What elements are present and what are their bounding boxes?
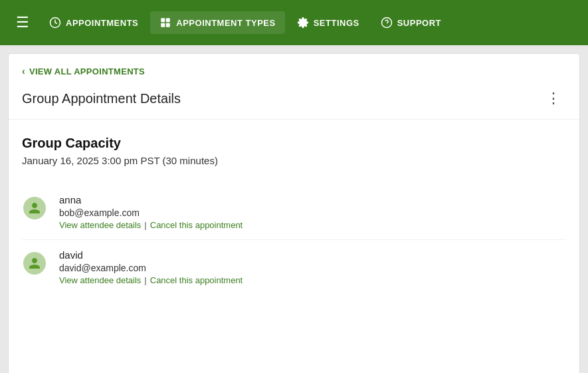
svg-rect-1 bbox=[161, 18, 165, 22]
page-header: Group Appointment Details ⋮ bbox=[9, 83, 579, 120]
attendee-info: anna bob@example.com View attendee detai… bbox=[59, 194, 243, 230]
avatar-icon bbox=[23, 197, 46, 219]
attendee-info: david david@example.com View attendee de… bbox=[59, 249, 243, 285]
avatar bbox=[22, 195, 47, 221]
page-title: Group Appointment Details bbox=[22, 91, 181, 106]
nav-appointments-label: APPOINTMENTS bbox=[66, 18, 138, 28]
view-attendee-details-link-1[interactable]: View attendee details bbox=[59, 220, 141, 230]
clock-icon bbox=[49, 17, 61, 29]
attendee-name: david bbox=[59, 249, 243, 261]
back-chevron-icon: ‹ bbox=[22, 66, 25, 76]
cancel-appointment-link-2[interactable]: Cancel this appointment bbox=[150, 275, 243, 285]
gear-icon bbox=[297, 17, 309, 29]
nav-item-settings[interactable]: SETTINGS bbox=[288, 11, 369, 34]
more-menu-button[interactable]: ⋮ bbox=[541, 88, 566, 108]
action-separator: | bbox=[144, 275, 146, 285]
svg-rect-4 bbox=[166, 23, 170, 27]
hamburger-icon: ☰ bbox=[16, 14, 29, 31]
attendee-actions: View attendee details | Cancel this appo… bbox=[59, 275, 243, 285]
back-link-label: VIEW ALL APPOINTMENTS bbox=[29, 66, 145, 76]
appointment-datetime: January 16, 2025 3:00 pm PST (30 minutes… bbox=[22, 155, 566, 166]
attendee-list: anna bob@example.com View attendee detai… bbox=[22, 185, 566, 295]
nav-item-support[interactable]: SUPPORT bbox=[371, 11, 450, 34]
attendee-email: david@example.com bbox=[59, 263, 243, 273]
attendee-actions: View attendee details | Cancel this appo… bbox=[59, 220, 243, 230]
help-icon bbox=[381, 17, 393, 29]
main-container: ‹ VIEW ALL APPOINTMENTS Group Appointmen… bbox=[8, 53, 580, 373]
svg-rect-2 bbox=[166, 18, 170, 22]
grid-icon bbox=[159, 17, 171, 29]
content-body: Group Capacity January 16, 2025 3:00 pm … bbox=[9, 120, 579, 311]
attendee-name: anna bbox=[59, 194, 243, 205]
navigation: ☰ APPOINTMENTS APPOINTMENT TYPES bbox=[0, 0, 588, 45]
attendee-item: david david@example.com View attendee de… bbox=[22, 239, 566, 295]
appointment-name: Group Capacity bbox=[22, 136, 566, 151]
nav-appointment-types-label: APPOINTMENT TYPES bbox=[176, 18, 275, 28]
hamburger-menu[interactable]: ☰ bbox=[8, 9, 37, 37]
avatar-icon bbox=[23, 252, 46, 275]
nav-item-appointments[interactable]: APPOINTMENTS bbox=[40, 11, 147, 34]
nav-support-label: SUPPORT bbox=[397, 18, 441, 28]
back-link[interactable]: ‹ VIEW ALL APPOINTMENTS bbox=[9, 54, 579, 83]
avatar bbox=[22, 251, 47, 276]
action-separator: | bbox=[144, 220, 146, 230]
view-attendee-details-link-2[interactable]: View attendee details bbox=[59, 275, 141, 285]
nav-settings-label: SETTINGS bbox=[314, 18, 359, 28]
attendee-email: bob@example.com bbox=[59, 207, 243, 218]
svg-rect-3 bbox=[161, 23, 165, 27]
more-menu-icon: ⋮ bbox=[546, 90, 561, 106]
nav-item-appointment-types[interactable]: APPOINTMENT TYPES bbox=[150, 11, 284, 34]
cancel-appointment-link-1[interactable]: Cancel this appointment bbox=[150, 220, 243, 230]
attendee-item: anna bob@example.com View attendee detai… bbox=[22, 185, 566, 239]
